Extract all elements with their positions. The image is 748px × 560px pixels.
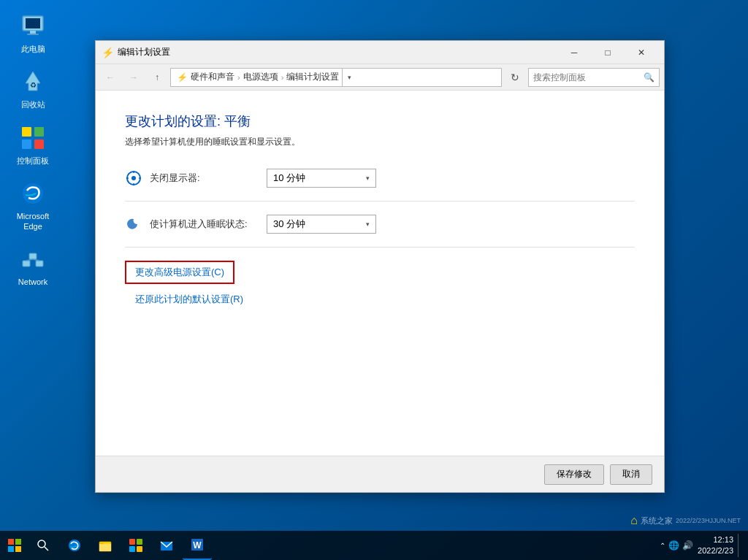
desktop-icon-computer[interactable]: 此电脑 [0, 7, 66, 58]
desktop-icon-network[interactable]: Network [0, 240, 66, 291]
svg-rect-2 [30, 31, 36, 34]
up-button[interactable]: ↑ [147, 68, 167, 87]
search-box[interactable]: 🔍 [528, 68, 660, 87]
taskbar-store[interactable] [121, 531, 150, 560]
path-separator-2: › [281, 73, 284, 82]
svg-rect-25 [15, 546, 21, 552]
svg-rect-3 [27, 34, 39, 35]
links-section: 更改高级电源设置(C) 还原此计划的默认设置(R) [125, 261, 635, 306]
svg-rect-6 [22, 127, 31, 137]
advanced-settings-link[interactable]: 更改高级电源设置(C) [125, 261, 234, 284]
forward-button[interactable]: → [123, 68, 144, 87]
taskbar-edge[interactable] [60, 531, 89, 560]
tray-chevron[interactable]: ⌃ [660, 542, 665, 550]
volume-tray-icon[interactable]: 🔊 [682, 540, 693, 551]
control-panel-label: 控制面板 [17, 156, 49, 166]
svg-line-15 [33, 259, 39, 261]
taskbar-word[interactable]: W [183, 531, 212, 560]
network-icon [18, 245, 47, 274]
taskbar-search-button[interactable] [29, 531, 57, 560]
display-setting-icon [125, 169, 142, 187]
network-label: Network [18, 277, 47, 287]
display-setting-row: 关闭显示器: 10 分钟 ▾ [125, 169, 635, 202]
sleep-dropdown[interactable]: 30 分钟 ▾ [267, 215, 376, 234]
window-titlebar: ⚡ 编辑计划设置 ─ □ ✕ [96, 41, 664, 64]
close-button[interactable]: ✕ [625, 41, 658, 64]
display-dropdown[interactable]: 10 分钟 ▾ [267, 169, 376, 188]
window-bottom-bar: 保存修改 取消 [96, 456, 664, 492]
control-panel-window: ⚡ 编辑计划设置 ─ □ ✕ ← → ↑ ⚡ 硬件和声音 › 电源选项 › 编辑… [95, 40, 665, 493]
taskbar-explorer[interactable] [91, 531, 120, 560]
window-icon: ⚡ [102, 47, 113, 58]
start-button[interactable] [0, 531, 29, 560]
clock-date: 2022/2/23 [698, 545, 733, 556]
edge-icon [18, 179, 47, 208]
sleep-dropdown-value: 30 分钟 [273, 218, 305, 231]
svg-rect-7 [34, 127, 44, 137]
svg-point-17 [131, 176, 136, 180]
svg-rect-32 [137, 539, 142, 545]
svg-rect-34 [137, 546, 142, 552]
desktop-icons: 此电脑 ♻ 回收站 控制面板 Mic [0, 0, 66, 299]
edge-label: Microsoft Edge [17, 211, 50, 232]
svg-rect-24 [8, 546, 14, 552]
window-controls: ─ □ ✕ [557, 41, 658, 64]
taskbar-mail[interactable] [152, 531, 181, 560]
save-button[interactable]: 保存修改 [544, 464, 604, 485]
path-icon: ⚡ [177, 72, 188, 83]
network-tray-icon[interactable]: 🌐 [668, 540, 679, 551]
svg-text:W: W [193, 540, 202, 551]
search-icon: 🔍 [644, 72, 654, 83]
svg-text:♻: ♻ [30, 81, 37, 89]
computer-label: 此电脑 [21, 44, 45, 54]
svg-rect-23 [15, 539, 21, 545]
sleep-dropdown-arrow: ▾ [366, 220, 370, 228]
back-button[interactable]: ← [100, 68, 121, 87]
svg-point-10 [23, 183, 43, 204]
taskbar-system-tray: ⌃ 🌐 🔊 12:13 2022/2/23 [660, 534, 748, 557]
address-path[interactable]: ⚡ 硬件和声音 › 电源选项 › 编辑计划设置 ▾ [170, 68, 502, 87]
window-title: 编辑计划设置 [118, 46, 557, 58]
recycle-icon: ♻ [18, 67, 47, 96]
svg-rect-8 [22, 139, 31, 149]
window-content: 更改计划的设置: 平衡 选择希望计算机使用的睡眠设置和显示设置。 关闭显示器: … [96, 91, 664, 456]
recycle-label: 回收站 [21, 99, 45, 110]
watermark-icon: ⌂ [630, 514, 638, 527]
taskbar: W ⌃ 🌐 🔊 12:13 2022/2/23 [0, 531, 748, 560]
restore-defaults-link[interactable]: 还原此计划的默认设置(R) [135, 293, 635, 306]
minimize-button[interactable]: ─ [557, 41, 591, 64]
control-panel-icon [18, 123, 47, 153]
clock-time: 12:13 [698, 534, 733, 545]
path-part-1: 硬件和声音 [191, 71, 234, 83]
svg-rect-9 [34, 139, 44, 149]
maximize-button[interactable]: □ [591, 41, 625, 64]
path-separator-1: › [237, 73, 240, 82]
watermark: ⌂ 系统之家 2022/2/23HJJUN.NET [630, 514, 741, 527]
svg-rect-13 [36, 261, 43, 266]
refresh-button[interactable]: ↻ [505, 68, 525, 87]
display-dropdown-value: 10 分钟 [273, 172, 305, 185]
desktop-icon-edge[interactable]: Microsoft Edge [0, 174, 66, 237]
desktop-icon-control[interactable]: 控制面板 [0, 119, 66, 170]
sleep-setting-icon [125, 215, 142, 233]
watermark-url: 2022/2/23HJJUN.NET [676, 517, 741, 524]
desktop-icon-recycle[interactable]: ♻ 回收站 [0, 63, 66, 114]
taskbar-apps: W [60, 531, 212, 560]
page-subtitle: 选择希望计算机使用的睡眠设置和显示设置。 [125, 136, 635, 148]
path-dropdown[interactable]: ▾ [342, 68, 356, 87]
sleep-setting-label: 使计算机进入睡眠状态: [150, 218, 267, 231]
show-desktop-button[interactable] [738, 534, 742, 557]
display-dropdown-arrow: ▾ [366, 174, 370, 182]
search-input[interactable] [533, 72, 644, 83]
taskbar-clock[interactable]: 12:13 2022/2/23 [698, 534, 733, 557]
display-setting-label: 关闭显示器: [150, 172, 267, 185]
system-tray-icons: ⌃ 🌐 🔊 [660, 540, 693, 551]
watermark-text: 系统之家 [641, 515, 673, 526]
cancel-button[interactable]: 取消 [610, 464, 652, 485]
path-part-3: 编辑计划设置 [286, 71, 339, 83]
svg-rect-33 [129, 546, 135, 552]
computer-icon [18, 12, 47, 41]
svg-line-14 [26, 259, 33, 261]
svg-rect-31 [129, 539, 135, 545]
page-title: 更改计划的设置: 平衡 [125, 112, 635, 130]
